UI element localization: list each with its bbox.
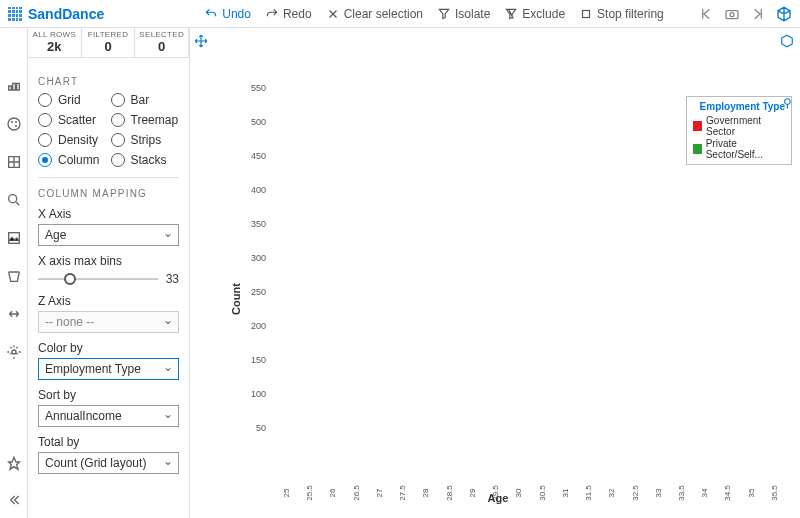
radio-icon	[111, 153, 125, 167]
x-tick: 26.5	[352, 483, 361, 503]
rail-chart-icon[interactable]	[6, 78, 22, 94]
rail-transition-icon[interactable]	[6, 306, 22, 322]
x-tick: 28.5	[445, 483, 454, 503]
rail-history-icon[interactable]	[6, 268, 22, 284]
rail-search-icon[interactable]	[6, 192, 22, 208]
svg-rect-8	[8, 233, 19, 244]
x-tick: 35.5	[770, 483, 779, 503]
x-tick: 27.5	[398, 483, 407, 503]
x-tick: 35	[747, 483, 756, 503]
legend-pin-icon[interactable]: ⚲	[783, 96, 792, 110]
radio-icon	[38, 113, 52, 127]
stop-filtering-button[interactable]: Stop filtering	[573, 5, 670, 23]
x-tick: 31	[561, 483, 570, 503]
prev-icon[interactable]	[698, 6, 714, 22]
chart-type-treemap[interactable]: Treemap	[111, 113, 180, 127]
x-tick: 30.5	[538, 483, 547, 503]
section-mapping-title: COLUMN MAPPING	[38, 188, 179, 199]
svg-point-9	[12, 350, 16, 354]
radio-icon	[111, 133, 125, 147]
zaxis-label: Z Axis	[38, 294, 179, 308]
chart-type-density[interactable]: Density	[38, 133, 107, 147]
chart-type-scatter[interactable]: Scatter	[38, 113, 107, 127]
x-tick: 34.5	[724, 483, 733, 503]
y-tick: 250	[251, 287, 266, 297]
move-handle-icon[interactable]	[194, 34, 208, 48]
color-select[interactable]: Employment Type	[38, 358, 179, 380]
chart-type-column[interactable]: Column	[38, 153, 107, 167]
chart-type-strips[interactable]: Strips	[111, 133, 180, 147]
xbins-label: X axis max bins	[38, 254, 179, 268]
x-tick: 33.5	[677, 483, 686, 503]
stat-filtered[interactable]: FILTERED0	[82, 28, 136, 57]
stat-allrows[interactable]: ALL ROWS2k	[28, 28, 82, 57]
svg-rect-1	[726, 10, 738, 18]
x-tick: 34	[700, 483, 709, 503]
nav-rail	[0, 28, 28, 518]
radio-icon	[38, 153, 52, 167]
xbins-value: 33	[166, 272, 179, 286]
y-tick: 150	[251, 355, 266, 365]
exclude-icon	[504, 7, 518, 21]
redo-icon	[265, 7, 279, 21]
redo-button[interactable]: Redo	[259, 5, 318, 23]
view-cube-icon[interactable]	[780, 34, 794, 48]
rail-snapshot-icon[interactable]	[6, 230, 22, 246]
sort-label: Sort by	[38, 388, 179, 402]
stop-icon	[579, 7, 593, 21]
total-label: Total by	[38, 435, 179, 449]
y-tick: 100	[251, 389, 266, 399]
x-tick: 25.5	[305, 483, 314, 503]
total-select[interactable]: Count (Grid layout)	[38, 452, 179, 474]
svg-point-7	[8, 195, 16, 203]
y-tick: 500	[251, 117, 266, 127]
slider-thumb[interactable]	[64, 273, 76, 285]
rail-pin-icon[interactable]	[6, 456, 22, 472]
xbins-slider[interactable]	[38, 278, 158, 280]
clear-selection-button[interactable]: Clear selection	[320, 5, 429, 23]
radio-icon	[111, 93, 125, 107]
clear-icon	[326, 7, 340, 21]
rail-grid-icon[interactable]	[6, 154, 22, 170]
x-tick: 32	[607, 483, 616, 503]
xaxis-label: X Axis	[38, 207, 179, 221]
exclude-button[interactable]: Exclude	[498, 5, 571, 23]
zaxis-select[interactable]: -- none --	[38, 311, 179, 333]
x-tick: 25	[282, 483, 291, 503]
chart-type-grid[interactable]: Grid	[38, 93, 107, 107]
chart-type-stacks[interactable]: Stacks	[111, 153, 180, 167]
x-tick: 30	[514, 483, 523, 503]
y-tick: 450	[251, 151, 266, 161]
stat-selected[interactable]: SELECTED0	[135, 28, 189, 57]
x-tick: 33	[654, 483, 663, 503]
undo-button[interactable]: Undo	[198, 5, 257, 23]
camera-icon[interactable]	[724, 6, 740, 22]
xaxis-select[interactable]: Age	[38, 224, 179, 246]
sort-select[interactable]: AnnualIncome	[38, 405, 179, 427]
x-axis-label: Age	[488, 492, 509, 504]
radio-icon	[38, 133, 52, 147]
isolate-button[interactable]: Isolate	[431, 5, 496, 23]
svg-point-3	[8, 118, 20, 130]
rail-collapse-icon[interactable]	[6, 492, 22, 508]
brand-logo-icon	[8, 7, 22, 21]
svg-point-2	[730, 12, 734, 16]
cube-icon[interactable]	[776, 6, 792, 22]
chart-canvas[interactable]: ⚲ Employment Type Government Sector Priv…	[190, 28, 800, 518]
y-tick: 300	[251, 253, 266, 263]
y-tick: 50	[256, 423, 266, 433]
radio-icon	[38, 93, 52, 107]
svg-rect-0	[583, 10, 590, 17]
y-axis-label: Count	[230, 283, 242, 315]
next-icon[interactable]	[750, 6, 766, 22]
rail-settings-icon[interactable]	[6, 344, 22, 360]
svg-point-4	[11, 121, 13, 123]
svg-point-6	[15, 125, 17, 127]
undo-icon	[204, 7, 218, 21]
rail-palette-icon[interactable]	[6, 116, 22, 132]
x-tick: 29	[468, 483, 477, 503]
section-chart-title: CHART	[38, 76, 179, 87]
chart-type-bar[interactable]: Bar	[111, 93, 180, 107]
y-tick: 400	[251, 185, 266, 195]
color-label: Color by	[38, 341, 179, 355]
